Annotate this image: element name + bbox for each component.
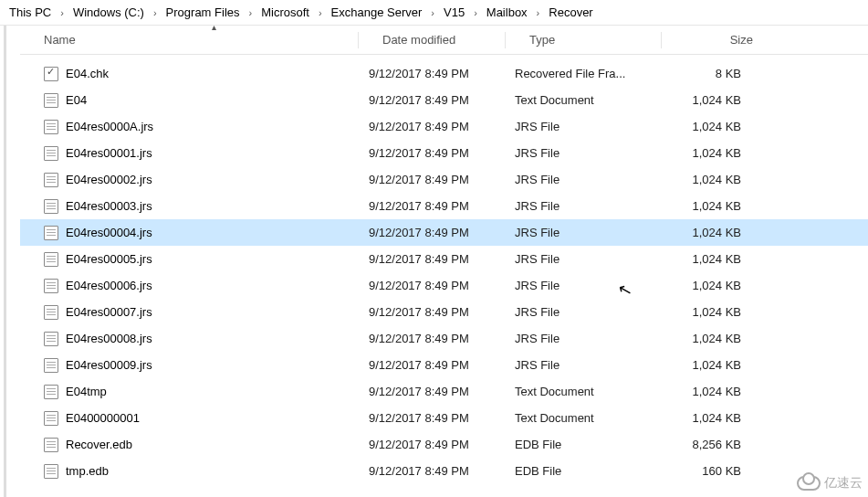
file-name-cell[interactable]: E0400000001: [20, 411, 358, 426]
breadcrumb-item[interactable]: Windows (C:): [69, 4, 148, 21]
file-date-cell: 9/12/2017 8:49 PM: [358, 226, 504, 239]
breadcrumb[interactable]: This PC›Windows (C:)›Program Files›Micro…: [0, 0, 868, 26]
breadcrumb-item[interactable]: This PC: [5, 4, 55, 21]
content-area: ▴ Name Date modified Type Size E04.chk9/…: [0, 26, 868, 497]
file-name-cell[interactable]: tmp.edb: [20, 464, 358, 479]
file-size-cell: 1,024 KB: [659, 120, 759, 133]
file-name-label: tmp.edb: [66, 464, 109, 478]
file-name-cell[interactable]: E04res00006.jrs: [20, 279, 358, 293]
file-size-cell: 1,024 KB: [659, 146, 759, 160]
file-name-cell[interactable]: E04.chk: [20, 67, 358, 81]
file-size-cell: 8 KB: [659, 67, 759, 80]
file-type-cell: EDB File: [504, 438, 659, 451]
column-header-size[interactable]: Size: [662, 33, 762, 47]
column-header-name[interactable]: Name: [20, 33, 358, 47]
breadcrumb-item[interactable]: Recover: [545, 4, 596, 21]
file-name-label: E04: [66, 93, 87, 107]
document-file-icon: [44, 252, 58, 267]
column-header-row: ▴ Name Date modified Type Size: [20, 26, 868, 55]
file-row[interactable]: E04res0000A.jrs9/12/2017 8:49 PMJRS File…: [20, 113, 868, 140]
file-date-cell: 9/12/2017 8:49 PM: [358, 438, 504, 451]
breadcrumb-item[interactable]: V15: [440, 4, 468, 21]
file-row[interactable]: E04.chk9/12/2017 8:49 PMRecovered File F…: [20, 60, 868, 87]
file-name-cell[interactable]: E04res00007.jrs: [20, 305, 358, 320]
file-row[interactable]: E04000000019/12/2017 8:49 PMText Documen…: [20, 405, 868, 431]
file-date-cell: 9/12/2017 8:49 PM: [358, 173, 504, 186]
file-row[interactable]: Recover.edb9/12/2017 8:49 PMEDB File8,25…: [20, 431, 868, 458]
breadcrumb-item[interactable]: Program Files: [162, 4, 244, 21]
file-size-cell: 1,024 KB: [659, 305, 759, 319]
file-name-label: E04res00004.jrs: [66, 226, 152, 239]
file-size-cell: 160 KB: [659, 464, 759, 478]
sort-indicator-icon: ▴: [212, 22, 216, 32]
file-name-label: E04res0000A.jrs: [66, 120, 153, 133]
file-listing: ▴ Name Date modified Type Size E04.chk9/…: [20, 26, 868, 497]
file-name-cell[interactable]: E04res00004.jrs: [20, 226, 358, 240]
document-file-icon: [44, 332, 58, 346]
file-type-cell: JRS File: [504, 332, 659, 345]
file-row[interactable]: tmp.edb9/12/2017 8:49 PMEDB File160 KB: [20, 458, 868, 484]
file-row[interactable]: E04res00005.jrs9/12/2017 8:49 PMJRS File…: [20, 246, 868, 272]
file-name-cell[interactable]: Recover.edb: [20, 438, 358, 452]
file-date-cell: 9/12/2017 8:49 PM: [358, 252, 504, 266]
chevron-right-icon: ›: [55, 7, 69, 18]
file-size-cell: 1,024 KB: [659, 411, 759, 425]
file-size-cell: 1,024 KB: [659, 358, 759, 372]
document-file-icon: [44, 173, 58, 187]
breadcrumb-item[interactable]: Microsoft: [257, 4, 313, 21]
document-file-icon: [44, 411, 58, 426]
file-name-label: E04res00002.jrs: [66, 173, 152, 186]
file-row[interactable]: E04res00007.jrs9/12/2017 8:49 PMJRS File…: [20, 299, 868, 325]
file-date-cell: 9/12/2017 8:49 PM: [358, 146, 504, 160]
file-date-cell: 9/12/2017 8:49 PM: [358, 93, 504, 107]
cloud-icon: [797, 476, 821, 491]
breadcrumb-item[interactable]: Exchange Server: [328, 4, 426, 21]
file-size-cell: 1,024 KB: [659, 332, 759, 345]
breadcrumb-item[interactable]: Mailbox: [483, 4, 531, 21]
file-row[interactable]: E04res00002.jrs9/12/2017 8:49 PMJRS File…: [20, 166, 868, 193]
file-type-cell: Text Document: [504, 385, 659, 398]
scrollbar-gutter[interactable]: [0, 26, 20, 497]
file-name-cell[interactable]: E04: [20, 93, 358, 108]
file-date-cell: 9/12/2017 8:49 PM: [358, 199, 504, 213]
chevron-right-icon: ›: [425, 7, 440, 18]
file-row[interactable]: E04res00004.jrs9/12/2017 8:49 PMJRS File…: [20, 219, 868, 246]
file-name-cell[interactable]: E04res0000A.jrs: [20, 120, 358, 134]
file-type-cell: JRS File: [504, 279, 659, 292]
file-row[interactable]: E04tmp9/12/2017 8:49 PMText Document1,02…: [20, 378, 868, 405]
file-row[interactable]: E04res00003.jrs9/12/2017 8:49 PMJRS File…: [20, 193, 868, 219]
document-file-icon: [44, 438, 58, 452]
document-file-icon: [44, 226, 58, 240]
file-type-cell: JRS File: [504, 173, 659, 186]
file-row[interactable]: E049/12/2017 8:49 PMText Document1,024 K…: [20, 87, 868, 113]
file-name-cell[interactable]: E04res00003.jrs: [20, 199, 358, 214]
scrollbar-track[interactable]: [4, 26, 6, 497]
file-name-cell[interactable]: E04res00008.jrs: [20, 332, 358, 346]
file-type-cell: Text Document: [504, 93, 659, 107]
file-name-label: E04res00008.jrs: [66, 332, 152, 345]
document-file-icon: [44, 464, 58, 479]
file-name-label: Recover.edb: [66, 438, 132, 451]
column-header-type[interactable]: Type: [506, 33, 661, 47]
file-row[interactable]: E04res00008.jrs9/12/2017 8:49 PMJRS File…: [20, 325, 868, 352]
file-row[interactable]: E04res00009.jrs9/12/2017 8:49 PMJRS File…: [20, 352, 868, 378]
file-name-label: E04res00009.jrs: [66, 358, 152, 372]
file-size-cell: 1,024 KB: [659, 252, 759, 266]
file-name-cell[interactable]: E04res00002.jrs: [20, 173, 358, 187]
file-name-label: E04tmp: [66, 385, 107, 398]
file-name-label: E0400000001: [66, 411, 140, 425]
file-name-cell[interactable]: E04res00009.jrs: [20, 358, 358, 373]
column-header-date[interactable]: Date modified: [359, 33, 505, 47]
file-name-label: E04.chk: [66, 67, 109, 80]
file-name-cell[interactable]: E04tmp: [20, 385, 358, 399]
file-date-cell: 9/12/2017 8:49 PM: [358, 279, 504, 292]
file-name-cell[interactable]: E04res00001.jrs: [20, 146, 358, 161]
file-row[interactable]: E04res00001.jrs9/12/2017 8:49 PMJRS File…: [20, 140, 868, 166]
file-name-cell[interactable]: E04res00005.jrs: [20, 252, 358, 267]
file-row[interactable]: E04res00006.jrs9/12/2017 8:49 PMJRS File…: [20, 272, 868, 299]
file-date-cell: 9/12/2017 8:49 PM: [358, 358, 504, 372]
chevron-right-icon: ›: [468, 7, 483, 18]
chevron-right-icon: ›: [531, 7, 546, 18]
chevron-right-icon: ›: [148, 7, 162, 18]
file-size-cell: 8,256 KB: [659, 438, 759, 451]
